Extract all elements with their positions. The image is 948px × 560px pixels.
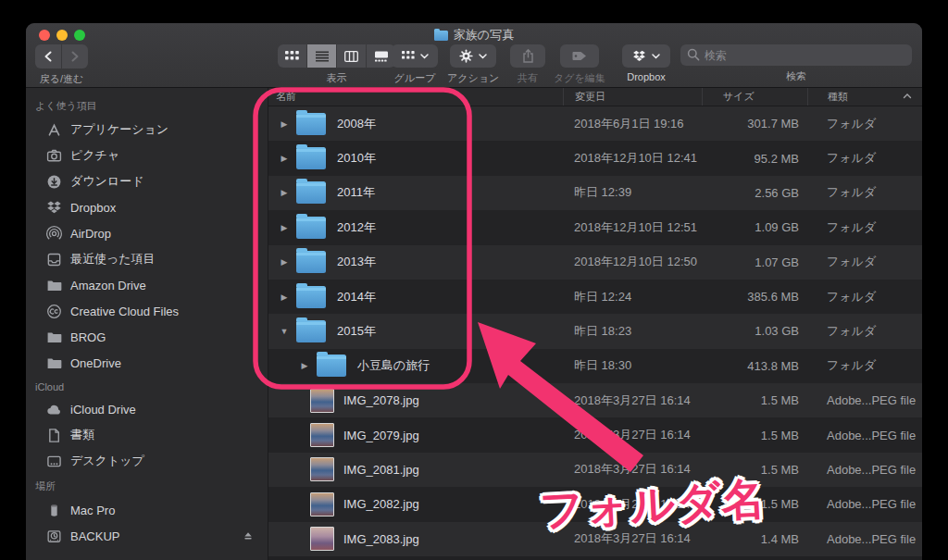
window-content: よく使う項目アプリケーションピクチャダウンロードDropboxAirDrop最近… <box>26 88 922 560</box>
icon-view-button[interactable] <box>278 44 306 68</box>
table-row[interactable]: ▶2014年昨日 12:24385.6 MBフォルダ <box>268 280 922 314</box>
group-button[interactable] <box>392 44 438 68</box>
file-date: 昨日 12:39 <box>563 184 702 201</box>
sidebar-item[interactable]: BROG <box>26 324 268 350</box>
share-icon <box>522 49 534 63</box>
file-size: 95.2 MB <box>702 152 807 166</box>
list-view-button[interactable] <box>307 44 336 68</box>
sidebar-item[interactable]: iCloud Drive <box>26 396 268 422</box>
file-name: 2008年 <box>337 116 376 132</box>
table-row[interactable]: ▶2011年昨日 12:392.56 GBフォルダ <box>268 176 922 210</box>
disclosure-collapsed-icon[interactable]: ▶ <box>298 361 311 370</box>
table-row[interactable]: IMG_2078.jpg2018年3月27日 16:141.5 MBAdobe.… <box>268 383 922 417</box>
sidebar-item[interactable]: OneDrive <box>26 350 268 376</box>
eject-icon[interactable] <box>242 529 255 542</box>
sidebar-section-title: よく使う項目 <box>26 93 268 117</box>
sidebar-item-label: デスクトップ <box>70 453 144 469</box>
file-name: IMG_2078.jpg <box>343 393 419 407</box>
sidebar-item[interactable]: Mac Pro <box>26 497 268 523</box>
file-date: 昨日 18:23 <box>563 323 702 340</box>
column-header-date[interactable]: 変更日 <box>563 88 702 106</box>
folder-icon <box>296 320 326 342</box>
chevron-down-icon <box>420 54 429 59</box>
column-header-kind[interactable]: 種類 <box>807 88 922 106</box>
grid-view-icon <box>285 51 299 62</box>
image-thumbnail <box>310 492 334 516</box>
file-date: 2018年3月27日 16:14 <box>563 392 702 409</box>
disclosure-expanded-icon[interactable]: ▼ <box>278 327 291 336</box>
disclosure-collapsed-icon[interactable]: ▶ <box>278 257 291 267</box>
sidebar-item[interactable]: Dropbox <box>26 194 268 220</box>
dropbox-icon <box>632 50 646 63</box>
folder-icon <box>46 355 62 371</box>
column-header-name[interactable]: 名前 <box>268 88 563 106</box>
table-row[interactable]: ▼2015年昨日 18:231.03 GBフォルダ <box>268 314 922 348</box>
action-label: アクション <box>447 71 499 85</box>
file-name: 2012年 <box>337 219 376 236</box>
tags-label: タグを編集 <box>554 71 605 85</box>
chevron-down-icon <box>652 54 660 59</box>
image-thumbnail <box>310 423 334 447</box>
file-date: 2018年3月27日 16:14 <box>563 496 702 513</box>
sidebar-item[interactable]: 最近使った項目 <box>26 246 268 272</box>
macpro-icon <box>46 503 62 518</box>
sidebar-item[interactable]: 書類 <box>26 422 268 448</box>
table-row[interactable]: ▶2008年2018年6月1日 19:16301.7 MBフォルダ <box>268 106 922 141</box>
file-name: 小豆島の旅行 <box>357 357 430 374</box>
table-row[interactable]: ▶小豆島の旅行昨日 18:30413.8 MBフォルダ <box>268 349 922 383</box>
file-kind: フォルダ <box>807 357 922 374</box>
table-row[interactable]: IMG_2083.jpg2018年3月27日 16:141.4 MBAdobe.… <box>268 522 922 556</box>
search-icon <box>687 48 700 61</box>
file-list: 名前 変更日 サイズ 種類 ▶2008年2018年6月1日 19:16301.7… <box>268 88 922 560</box>
sidebar-item[interactable]: ピクチャ <box>26 143 268 168</box>
gear-icon <box>459 49 473 63</box>
table-row[interactable]: ▶2012年2018年12月10日 12:511.09 GBフォルダ <box>268 210 922 244</box>
sidebar-item[interactable]: AirDrop <box>26 220 268 246</box>
folder-icon <box>296 147 326 169</box>
file-size: 1.5 MB <box>702 429 807 442</box>
share-button[interactable] <box>510 44 545 68</box>
back-button[interactable] <box>35 44 61 68</box>
folder-icon <box>296 113 326 135</box>
disclosure-collapsed-icon[interactable]: ▶ <box>278 223 291 232</box>
desktop-icon <box>46 454 62 469</box>
dropbox-button[interactable] <box>622 44 670 68</box>
sidebar-item[interactable]: アプリケーション <box>26 117 268 143</box>
disclosure-collapsed-icon[interactable]: ▶ <box>278 188 291 197</box>
sidebar-item-label: Dropbox <box>70 201 116 215</box>
table-row[interactable]: ▶2013年2018年12月10日 12:501.07 GBフォルダ <box>268 245 922 280</box>
search-input[interactable] <box>680 44 912 66</box>
file-size: 1.07 GB <box>702 255 807 269</box>
table-row[interactable]: ▶2010年2018年12月10日 12:4195.2 MBフォルダ <box>268 141 922 175</box>
nav-label: 戻る/進む <box>40 72 84 86</box>
creative-cloud-icon <box>46 304 62 319</box>
disclosure-collapsed-icon[interactable]: ▶ <box>278 119 291 129</box>
sidebar-item[interactable]: Amazon Drive <box>26 272 268 298</box>
airdrop-icon <box>46 226 62 242</box>
table-row[interactable]: IMG_2082.jpg2018年3月27日 16:141.5 MBAdobe.… <box>268 487 922 521</box>
sidebar-item[interactable]: BACKUP <box>26 523 268 549</box>
pictures-icon <box>46 148 62 164</box>
disclosure-collapsed-icon[interactable]: ▶ <box>278 292 291 302</box>
sidebar-item[interactable]: ダウンロード <box>26 168 268 194</box>
forward-button[interactable] <box>62 44 88 68</box>
file-date: 2018年3月27日 16:14 <box>563 530 702 547</box>
folder-icon <box>434 31 448 41</box>
column-header-size[interactable]: サイズ <box>702 88 807 106</box>
sidebar-item[interactable]: Creative Cloud Files <box>26 298 268 324</box>
edit-tags-button[interactable] <box>560 44 599 68</box>
file-name: IMG_2083.jpg <box>343 532 419 546</box>
sidebar-item[interactable]: デスクトップ <box>26 448 268 474</box>
file-kind: Adobe...PEG file <box>807 429 922 442</box>
sidebar-item-label: BROG <box>70 330 106 344</box>
table-row[interactable]: IMG_2081.jpg2018年3月27日 16:141.5 MBAdobe.… <box>268 453 922 487</box>
action-button[interactable] <box>450 44 496 68</box>
chevron-down-icon <box>479 54 487 59</box>
table-row[interactable]: IMG_2079.jpg2018年3月27日 16:141.5 MBAdobe.… <box>268 417 922 452</box>
folder-icon <box>46 278 62 293</box>
sidebar-item-label: ピクチャ <box>70 147 119 164</box>
file-kind: フォルダ <box>807 150 922 167</box>
folder-icon <box>317 355 346 377</box>
disclosure-collapsed-icon[interactable]: ▶ <box>278 154 291 163</box>
column-view-button[interactable] <box>337 44 366 68</box>
